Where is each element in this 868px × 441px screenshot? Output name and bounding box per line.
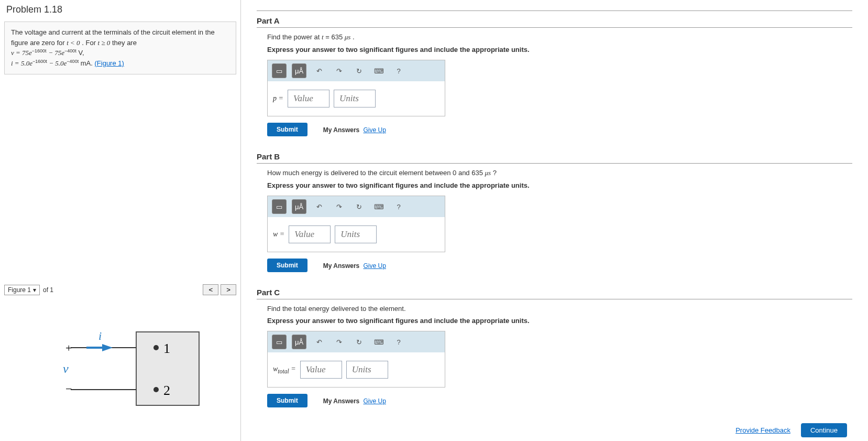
figure-next-button[interactable]: > [221, 284, 236, 295]
i-minus: − 5.0e [49, 59, 67, 67]
i-exp2: −400t [67, 59, 79, 64]
part-c-units-input[interactable] [346, 361, 388, 379]
part-b: Part B How much energy is delivered to t… [257, 152, 852, 272]
part-b-units-input[interactable] [335, 225, 377, 243]
problem-title: Problem 1.18 [4, 4, 236, 15]
i-label: i [98, 329, 102, 342]
cond2: t ≥ 0 [98, 39, 111, 47]
reset-icon[interactable]: ↻ [351, 335, 366, 349]
special-chars-button[interactable]: μÅ [292, 335, 306, 349]
v-exp2: −400t [64, 48, 76, 53]
part-b-value-input[interactable] [289, 225, 331, 243]
figure-prev-button[interactable]: < [203, 284, 218, 295]
figure-of-text: of 1 [43, 286, 53, 294]
they-are: they are [112, 39, 137, 47]
left-panel: Problem 1.18 The voltage and current at … [0, 0, 241, 441]
i-exp1: −1600t [32, 59, 47, 64]
part-a-value-input[interactable] [288, 90, 329, 107]
part-a: Part A Find the power at t = 635 μs . Ex… [257, 16, 852, 136]
circuit-diagram: i + v − 1 2 [31, 311, 210, 426]
plus-label: + [65, 341, 72, 354]
svg-point-5 [153, 345, 159, 350]
part-b-instruction: Express your answer to two significant f… [257, 181, 852, 189]
redo-icon[interactable]: ↷ [332, 63, 346, 78]
svg-point-6 [153, 387, 159, 392]
part-b-my-answers[interactable]: My Answers [323, 262, 360, 270]
redo-icon[interactable]: ↷ [332, 199, 346, 214]
terminal-2: 2 [163, 383, 170, 398]
part-b-answer-box: ▭ μÅ ↶ ↷ ↻ ⌨ ? w = [267, 196, 445, 252]
part-c-value-input[interactable] [300, 361, 342, 379]
special-chars-button[interactable]: μÅ [292, 199, 306, 214]
part-c-answer-box: ▭ μÅ ↶ ↷ ↻ ⌨ ? wtotal = [267, 331, 445, 388]
keyboard-icon[interactable]: ⌨ [371, 335, 386, 349]
part-a-units-input[interactable] [334, 90, 376, 107]
part-c-my-answers[interactable]: My Answers [323, 397, 360, 405]
part-a-question: Find the power at t = 635 μs . [257, 33, 852, 41]
part-c-submit-button[interactable]: Submit [267, 394, 307, 407]
minus-label: − [65, 382, 72, 395]
footer: Provide Feedback Continue [257, 423, 852, 437]
keyboard-icon[interactable]: ⌨ [371, 199, 386, 214]
part-c-var: wtotal = [273, 365, 296, 375]
v-minus: − 75e [48, 49, 64, 57]
figure-dropdown[interactable]: Figure 1 ▾ [4, 285, 40, 295]
problem-description: The voltage and current at the terminals… [4, 21, 236, 74]
for-text: . For [82, 39, 97, 47]
part-a-toolbar: ▭ μÅ ↶ ↷ ↻ ⌨ ? [268, 60, 445, 81]
reset-icon[interactable]: ↻ [351, 63, 366, 78]
template-icon[interactable]: ▭ [272, 63, 287, 78]
figure-image: i + v − 1 2 [4, 300, 236, 437]
part-b-question: How much energy is delivered to the circ… [257, 169, 852, 177]
template-icon[interactable]: ▭ [272, 199, 287, 214]
part-c-question: Find the total energy delivered to the e… [257, 305, 852, 313]
part-b-toolbar: ▭ μÅ ↶ ↷ ↻ ⌨ ? [268, 196, 445, 217]
part-a-instruction: Express your answer to two significant f… [257, 46, 852, 53]
part-b-give-up[interactable]: Give Up [364, 262, 386, 270]
part-c: Part C Find the total energy delivered t… [257, 288, 852, 407]
part-b-title: Part B [257, 152, 852, 164]
chevron-down-icon: ▾ [33, 286, 36, 294]
part-c-instruction: Express your answer to two significant f… [257, 317, 852, 325]
i-eq: i = 5.0e [11, 59, 32, 67]
reset-icon[interactable]: ↻ [351, 199, 366, 214]
part-a-my-answers[interactable]: My Answers [323, 126, 360, 134]
figure-dropdown-label: Figure 1 [8, 286, 31, 294]
v-exp1: −1600t [32, 48, 47, 53]
part-a-answer-box: ▭ μÅ ↶ ↷ ↻ ⌨ ? p = [267, 60, 445, 116]
v-unit: V, [78, 49, 84, 57]
help-icon[interactable]: ? [391, 199, 406, 214]
v-eq: v = 75e [11, 49, 32, 57]
part-c-toolbar: ▭ μÅ ↶ ↷ ↻ ⌨ ? [268, 331, 445, 352]
part-c-title: Part C [257, 288, 852, 299]
part-b-var: w = [273, 230, 284, 239]
part-a-give-up[interactable]: Give Up [364, 126, 386, 134]
template-icon[interactable]: ▭ [272, 335, 287, 349]
i-unit: mA [81, 59, 91, 67]
figure-section: Figure 1 ▾ of 1 < > i + v [4, 274, 236, 437]
undo-icon[interactable]: ↶ [312, 199, 326, 214]
figure-link[interactable]: (Figure 1) [95, 59, 124, 67]
part-a-title: Part A [257, 16, 852, 28]
special-chars-button[interactable]: μÅ [292, 63, 306, 78]
cond1: t < 0 [67, 39, 80, 47]
part-c-give-up[interactable]: Give Up [364, 397, 386, 405]
help-icon[interactable]: ? [391, 63, 406, 78]
provide-feedback-link[interactable]: Provide Feedback [735, 426, 790, 434]
undo-icon[interactable]: ↶ [312, 335, 326, 349]
right-panel: Part A Find the power at t = 635 μs . Ex… [241, 0, 868, 441]
v-label: v [63, 362, 69, 375]
help-icon[interactable]: ? [391, 335, 406, 349]
part-b-submit-button[interactable]: Submit [267, 259, 307, 272]
undo-icon[interactable]: ↶ [312, 63, 326, 78]
continue-button[interactable]: Continue [801, 423, 847, 437]
terminal-1: 1 [163, 341, 170, 356]
part-a-submit-button[interactable]: Submit [267, 123, 307, 136]
redo-icon[interactable]: ↷ [332, 335, 346, 349]
keyboard-icon[interactable]: ⌨ [371, 63, 386, 78]
part-a-var: p = [273, 94, 283, 103]
